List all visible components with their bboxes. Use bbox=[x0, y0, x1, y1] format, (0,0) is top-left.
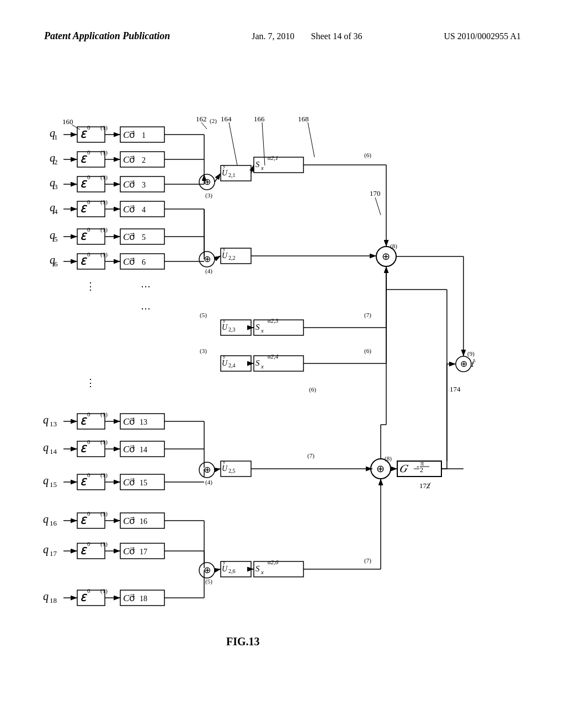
pub-date: Jan. 7, 2010 bbox=[252, 31, 294, 41]
svg-text:⊕: ⊕ bbox=[204, 177, 211, 186]
svg-text:α2,6: α2,6 bbox=[268, 559, 279, 565]
svg-text:2,2: 2,2 bbox=[228, 255, 236, 261]
svg-text:⋯: ⋯ bbox=[141, 281, 151, 292]
svg-text:5: 5 bbox=[54, 235, 58, 243]
svg-text:17: 17 bbox=[140, 548, 147, 556]
svg-text:q: q bbox=[43, 474, 49, 487]
svg-text:U: U bbox=[222, 359, 228, 367]
svg-text:(6): (6) bbox=[309, 386, 316, 393]
svg-text:⋮: ⋮ bbox=[86, 377, 95, 388]
svg-text:(7): (7) bbox=[364, 312, 371, 319]
svg-text:5: 5 bbox=[142, 233, 146, 242]
svg-text:2: 2 bbox=[54, 158, 58, 166]
svg-text:2,4: 2,4 bbox=[228, 362, 236, 368]
header-center: Jan. 7, 2010 Sheet 14 of 36 bbox=[252, 31, 362, 41]
svg-text:13: 13 bbox=[140, 418, 147, 426]
fig-caption: FIG.13 bbox=[226, 635, 260, 647]
svg-text:⋯: ⋯ bbox=[141, 303, 151, 314]
svg-text:⊕: ⊕ bbox=[204, 565, 211, 575]
svg-text:0: 0 bbox=[87, 199, 90, 205]
svg-line-100 bbox=[215, 256, 221, 259]
svg-text:166: 166 bbox=[254, 115, 265, 123]
svg-text:(1): (1) bbox=[100, 251, 108, 258]
svg-text:(5): (5) bbox=[205, 578, 212, 585]
svg-text:174: 174 bbox=[450, 385, 461, 393]
svg-line-52 bbox=[229, 122, 237, 165]
svg-text:q: q bbox=[43, 590, 49, 603]
svg-text:(8): (8) bbox=[390, 243, 397, 250]
svg-text:164: 164 bbox=[221, 115, 232, 123]
svg-line-59 bbox=[215, 173, 221, 182]
svg-text:0: 0 bbox=[87, 149, 90, 156]
svg-text:⋮: ⋮ bbox=[86, 281, 95, 292]
svg-text:q: q bbox=[43, 441, 49, 454]
svg-text:16: 16 bbox=[140, 517, 147, 526]
svg-text:ℇ: ℇ bbox=[80, 477, 87, 488]
svg-text:0: 0 bbox=[87, 251, 90, 258]
svg-text:0: 0 bbox=[87, 411, 90, 417]
svg-text:q: q bbox=[43, 513, 49, 526]
svg-text:0: 0 bbox=[87, 438, 90, 445]
svg-text:σ⃗: σ⃗ bbox=[129, 444, 135, 454]
svg-text:S: S bbox=[255, 358, 260, 367]
svg-text:α2,1: α2,1 bbox=[268, 154, 279, 161]
svg-text:2,3: 2,3 bbox=[228, 326, 236, 333]
svg-text:0: 0 bbox=[87, 226, 90, 233]
svg-line-17 bbox=[201, 122, 207, 129]
svg-text:q: q bbox=[43, 414, 49, 426]
svg-text:(8): (8) bbox=[385, 455, 392, 462]
svg-text:σ⃗: σ⃗ bbox=[129, 232, 135, 242]
svg-text:σ⃗: σ⃗ bbox=[129, 416, 135, 427]
svg-text:6: 6 bbox=[54, 260, 58, 268]
svg-text:(1): (1) bbox=[100, 510, 108, 517]
figure-svg: q 1 ℇ 0 (1) C σ⃗ 1 160 162 q 2 ℇ 0 (1) C bbox=[33, 72, 530, 700]
svg-text:2,6: 2,6 bbox=[228, 568, 236, 574]
svg-line-54 bbox=[308, 122, 315, 157]
svg-text:(4): (4) bbox=[205, 267, 212, 275]
svg-text:160: 160 bbox=[62, 117, 73, 126]
svg-text:σ⃗: σ⃗ bbox=[129, 516, 135, 526]
svg-text:162: 162 bbox=[196, 115, 207, 123]
svg-text:(1): (1) bbox=[100, 199, 108, 206]
svg-text:0: 0 bbox=[87, 510, 90, 517]
svg-text:0: 0 bbox=[87, 587, 90, 594]
svg-text:2,1: 2,1 bbox=[228, 172, 236, 178]
svg-text:17: 17 bbox=[50, 549, 57, 558]
patent-number: US 2010/0002955 A1 bbox=[444, 31, 521, 41]
svg-text:15: 15 bbox=[140, 479, 147, 487]
svg-text:16: 16 bbox=[50, 519, 57, 527]
svg-text:α2,4: α2,4 bbox=[268, 353, 279, 360]
svg-text:0: 0 bbox=[87, 174, 90, 180]
svg-text:3: 3 bbox=[54, 183, 58, 191]
svg-text:f̂: f̂ bbox=[471, 359, 476, 368]
svg-text:𝐺: 𝐺 bbox=[399, 462, 409, 474]
svg-text:ℇ: ℇ bbox=[80, 516, 87, 526]
svg-text:U: U bbox=[222, 323, 228, 331]
svg-text:(9): (9) bbox=[467, 350, 475, 357]
svg-text:4: 4 bbox=[142, 206, 146, 214]
svg-line-186 bbox=[215, 469, 221, 470]
svg-text:-: - bbox=[417, 462, 419, 470]
svg-text:σ⃗: σ⃗ bbox=[129, 204, 135, 215]
svg-text:ℇ: ℇ bbox=[80, 179, 87, 190]
svg-text:S: S bbox=[255, 564, 260, 573]
svg-text:0: 0 bbox=[87, 124, 90, 131]
svg-text:σ⃗: σ⃗ bbox=[129, 179, 135, 190]
svg-text:ℇ: ℇ bbox=[80, 416, 87, 427]
svg-text:q: q bbox=[43, 543, 49, 556]
svg-text:2: 2 bbox=[420, 466, 423, 474]
svg-text:14: 14 bbox=[140, 446, 147, 454]
svg-text:⊕: ⊕ bbox=[204, 254, 211, 264]
svg-text:(2): (2) bbox=[210, 117, 217, 125]
svg-text:ℇ: ℇ bbox=[80, 593, 87, 603]
svg-text:2: 2 bbox=[142, 156, 146, 164]
svg-text:(1): (1) bbox=[100, 124, 108, 131]
svg-text:ℇ: ℇ bbox=[80, 232, 87, 242]
svg-text:ℇ: ℇ bbox=[80, 154, 87, 165]
svg-text:σ⃗: σ⃗ bbox=[129, 546, 135, 556]
svg-text:4: 4 bbox=[54, 207, 58, 216]
svg-text:ℇ: ℇ bbox=[80, 130, 87, 140]
svg-text:(1): (1) bbox=[100, 438, 108, 446]
svg-text:ℇ: ℇ bbox=[80, 444, 87, 454]
svg-text:σ⃗: σ⃗ bbox=[129, 593, 135, 603]
